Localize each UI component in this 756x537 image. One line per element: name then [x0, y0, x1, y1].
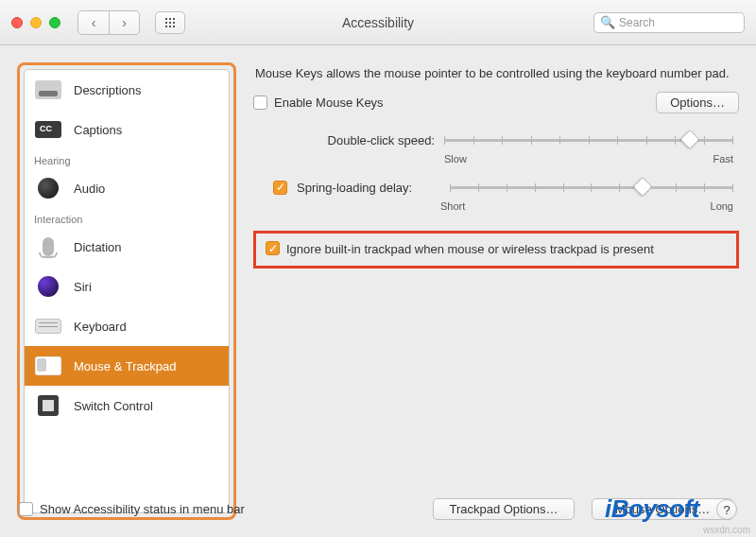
sidebar-item-label: Siri [74, 280, 92, 294]
ignore-trackpad-highlight: ✓ Ignore built-in trackpad when mouse or… [253, 231, 739, 268]
minimize-icon[interactable] [30, 17, 42, 28]
captions-icon [35, 121, 61, 138]
sidebar-item-mouse-trackpad[interactable]: Mouse & Trackpad [25, 346, 229, 386]
main-panel: Mouse Keys allows the mouse pointer to b… [253, 62, 739, 520]
titlebar: ‹ › Accessibility 🔍 Search [0, 0, 756, 45]
dclick-label: Double-click speed: [291, 133, 435, 147]
sidebar-item-dictation[interactable]: Dictation [25, 227, 229, 267]
slider-thumb[interactable] [632, 177, 652, 197]
sidebar-item-captions[interactable]: Captions [25, 110, 229, 149]
switch-icon [38, 395, 59, 416]
prefs-window: ‹ › Accessibility 🔍 Search Descriptions … [0, 0, 756, 537]
back-button[interactable]: ‹ [78, 11, 109, 34]
trackpad-options-button[interactable]: Trackpad Options… [433, 498, 575, 520]
descriptions-icon [35, 80, 61, 99]
search-icon: 🔍 [600, 15, 615, 29]
sidebar-item-label: Captions [74, 123, 122, 137]
checkbox-icon [253, 95, 267, 110]
sidebar-section-hearing: Hearing [25, 149, 229, 168]
spring-loading-group: ✓ Spring-loading delay: Short Long [253, 178, 733, 225]
keyboard-icon [35, 319, 61, 334]
search-placeholder: Search [619, 16, 655, 29]
intro-text: Mouse Keys allows the mouse pointer to b… [255, 66, 739, 80]
nav-back-forward: ‹ › [77, 10, 140, 35]
sidebar-item-keyboard[interactable]: Keyboard [25, 306, 229, 346]
help-button[interactable]: ? [716, 499, 737, 520]
content-body: Descriptions Captions Hearing Audio Inte… [0, 45, 756, 537]
spring-slider[interactable] [450, 178, 733, 197]
sidebar-item-label: Mouse & Trackpad [74, 359, 176, 373]
sidebar-highlight-frame: Descriptions Captions Hearing Audio Inte… [17, 62, 236, 520]
sidebar-item-label: Keyboard [74, 320, 127, 334]
sidebar-item-switch-control[interactable]: Switch Control [25, 386, 229, 425]
sidebar-item-label: Switch Control [74, 399, 153, 413]
source-watermark: wsxdn.com [703, 525, 750, 535]
trackpad-icon [35, 356, 61, 375]
ignore-trackpad-checkbox[interactable]: ✓ Ignore built-in trackpad when mouse or… [266, 241, 727, 258]
double-click-speed-group: Double-click speed: Slow Fast [291, 130, 733, 178]
siri-icon [38, 276, 59, 297]
show-all-button[interactable] [155, 11, 185, 34]
checkbox-icon [19, 502, 33, 516]
enable-mouse-keys-checkbox[interactable]: Enable Mouse Keys [253, 95, 384, 110]
grid-icon [164, 17, 176, 28]
show-status-checkbox[interactable]: Show Accessibility status in menu bar [19, 502, 245, 516]
slider-thumb[interactable] [679, 130, 699, 149]
sidebar-item-siri[interactable]: Siri [25, 267, 229, 306]
options-button[interactable]: Options… [656, 92, 739, 113]
ignore-trackpad-label: Ignore built-in trackpad when mouse or w… [286, 241, 654, 258]
spring-label: Spring-loading delay: [297, 181, 440, 195]
enable-mouse-keys-row: Enable Mouse Keys Options… [253, 92, 739, 113]
search-field[interactable]: 🔍 Search [593, 12, 745, 33]
brand-watermark: iBoysoft [605, 494, 699, 524]
zoom-icon[interactable] [49, 17, 60, 28]
dclick-slider[interactable] [444, 130, 733, 149]
dclick-max-label: Fast [713, 153, 733, 165]
sidebar-item-label: Descriptions [74, 83, 142, 97]
spring-checkbox[interactable]: ✓ [273, 181, 287, 195]
sidebar-item-label: Dictation [74, 240, 122, 254]
spring-max-label: Long [711, 200, 733, 212]
window-controls [11, 17, 60, 28]
microphone-icon [43, 237, 54, 256]
speaker-icon [38, 178, 59, 199]
forward-button[interactable]: › [109, 11, 139, 34]
sidebar-item-audio[interactable]: Audio [25, 168, 229, 208]
sidebar-section-interaction: Interaction [25, 208, 229, 227]
spring-min-label: Short [440, 200, 465, 212]
sidebar-item-label: Audio [74, 182, 105, 196]
enable-mouse-keys-label: Enable Mouse Keys [274, 95, 384, 110]
sidebar[interactable]: Descriptions Captions Hearing Audio Inte… [24, 69, 230, 513]
close-icon[interactable] [11, 17, 23, 28]
show-status-label: Show Accessibility status in menu bar [40, 502, 245, 516]
sidebar-item-descriptions[interactable]: Descriptions [25, 70, 229, 110]
dclick-min-label: Slow [444, 153, 467, 165]
checkbox-icon: ✓ [266, 241, 280, 255]
